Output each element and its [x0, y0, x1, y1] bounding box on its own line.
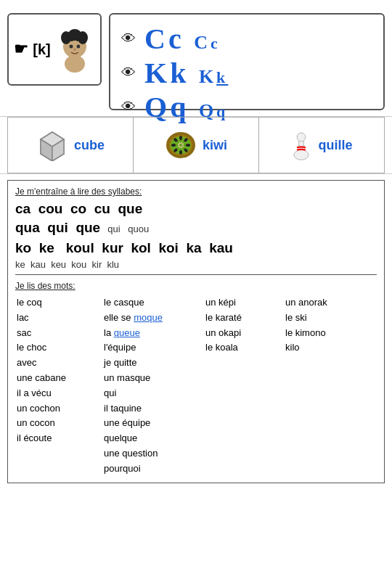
word-col-2: le casque elle se moque la queue l'équip… [102, 295, 204, 477]
child-avatar [55, 26, 95, 73]
syllables-line-2b: qui quou [107, 223, 149, 234]
word-lequipe: l'équipe [102, 340, 204, 356]
cube-icon [36, 129, 68, 161]
word-il-ecoute: il écoute [15, 431, 102, 446]
word-une-equipe: une équipe [102, 416, 204, 431]
svg-point-35 [298, 133, 306, 142]
word-avec: avec [15, 356, 102, 371]
word-la-queue: la queue [102, 326, 204, 341]
syllables-group-2: qua qui que qui quou [15, 220, 377, 236]
word-je-quitte: je quitte [102, 356, 204, 371]
svg-point-11 [80, 45, 84, 49]
images-row: cube kiwi [0, 116, 392, 174]
syllables-title: Je m'entraîne à lire des syllabes: [15, 186, 377, 197]
word-pourquoi: pourquoi [102, 462, 204, 477]
svg-point-24 [179, 136, 182, 140]
eye-icon-1: 👁 [121, 30, 136, 47]
svg-point-9 [73, 48, 76, 50]
word-col-3: un képi le karaté un okapi le koala [204, 295, 284, 477]
letters-box: 👁 Cc Cc 👁 Kk Kk 👁 Qq Qq [109, 13, 385, 110]
word-une-cabane: une cabane [15, 371, 102, 386]
syllables-group-1: ca cou co cu que [15, 201, 377, 217]
image-item-cube[interactable]: cube [7, 117, 134, 173]
syllables-line-1: ca cou co cu que [15, 201, 142, 216]
word-le-kimono: le kimono [284, 326, 364, 341]
eye-icon-2: 👁 [121, 65, 136, 81]
svg-point-28 [179, 150, 182, 155]
word-quelque: quelque [102, 431, 204, 446]
word-kilo: kilo [284, 340, 364, 356]
reading-section: Je m'entraîne à lire des syllabes: ca co… [7, 180, 385, 483]
word-le-karate: le karaté [204, 311, 284, 326]
eye-icon-3: 👁 [121, 99, 136, 115]
svg-point-7 [69, 44, 73, 48]
letter-display-2: Kk Kk [144, 56, 228, 90]
kiwi-label: kiwi [203, 138, 227, 153]
word-col-4: un anorak le ski le kimono kilo [284, 295, 364, 477]
syllables-line-3: ko ke koul kur kol koi ka kau [15, 240, 233, 255]
word-elle-se-moque: elle se moque [102, 311, 204, 326]
word-un-anorak: un anorak [284, 295, 364, 311]
word-sac: sac [15, 326, 102, 341]
word-qui: qui [102, 386, 204, 401]
section-divider [15, 274, 377, 275]
kiwi-icon [165, 129, 197, 161]
word-le-ski: le ski [284, 311, 364, 326]
svg-point-26 [186, 144, 190, 147]
top-section: ☛ [k] 👁 [0, 0, 392, 116]
svg-point-30 [171, 144, 176, 147]
word-un-kepi: un képi [204, 295, 284, 311]
words-title: Je lis des mots: [15, 281, 377, 291]
syllables-group-4: ke kau keu kou kir klu [15, 259, 377, 270]
word-un-okapi: un okapi [204, 326, 284, 341]
word-il-taquine: il taquine [102, 401, 204, 417]
image-item-quille[interactable]: quille [259, 117, 385, 173]
syllables-line-2a: qua qui que [15, 220, 100, 236]
letter-row-2: 👁 Kk Kk [121, 56, 372, 90]
letter-display-1: Cc Cc [144, 22, 221, 56]
word-le-coq: le coq [15, 295, 102, 311]
syllables-group-3: ko ke koul kur kol koi ka kau [15, 240, 377, 256]
letter-row-1: 👁 Cc Cc [121, 22, 372, 56]
image-item-kiwi[interactable]: kiwi [134, 117, 259, 173]
svg-point-8 [76, 44, 80, 48]
bowling-icon [290, 129, 312, 161]
word-une-question: une question [102, 446, 204, 462]
word-un-masque: un masque [102, 371, 204, 386]
word-le-casque: le casque [102, 295, 204, 311]
ear-icon: ☛ [14, 40, 28, 59]
word-il-a-vecu: il a vécu [15, 386, 102, 401]
syllables-line-4: ke kau keu kou kir klu [15, 259, 119, 270]
svg-point-6 [74, 31, 83, 41]
word-le-koala: le koala [204, 340, 284, 356]
listen-bracket: [k] [33, 41, 50, 58]
listen-box[interactable]: ☛ [k] [7, 13, 102, 86]
word-un-cocon: un cocon [15, 416, 102, 431]
quille-label: quille [318, 138, 352, 153]
words-section: Je lis des mots: le coq lac sac le choc … [15, 281, 377, 477]
word-col-1: le coq lac sac le choc avec une cabane i… [15, 295, 102, 477]
word-lac: lac [15, 311, 102, 326]
word-un-cochon: un cochon [15, 401, 102, 417]
cube-label: cube [74, 138, 105, 153]
words-grid: le coq lac sac le choc avec une cabane i… [15, 295, 377, 477]
word-le-choc: le choc [15, 340, 102, 356]
